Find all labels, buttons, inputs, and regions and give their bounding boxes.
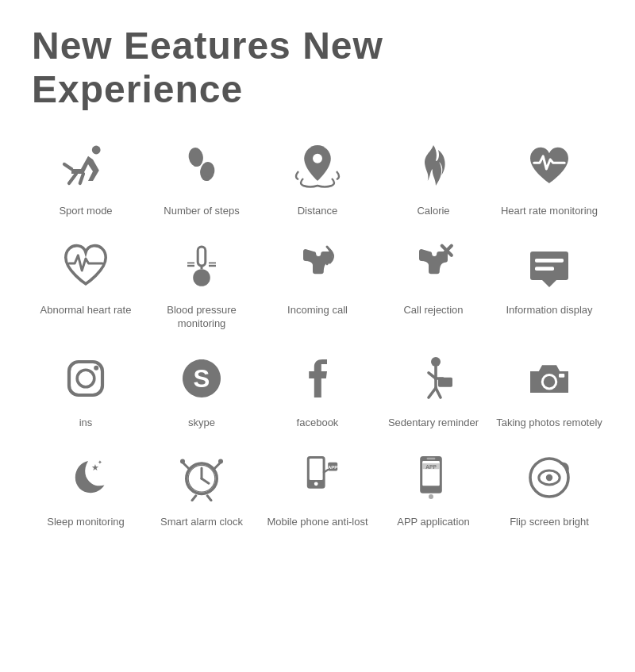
svg-point-33: [180, 459, 185, 463]
flip-screen-bright-icon: [518, 446, 581, 509]
taking-photos-remotely-label: Taking photos remotely: [496, 417, 602, 430]
feature-item-incoming-call: Incoming call: [264, 234, 371, 331]
page-title: New Eeatures New Experience: [32, 24, 603, 111]
svg-point-5: [313, 154, 322, 163]
skype-label: skype: [188, 417, 215, 430]
ins-icon: [54, 347, 117, 410]
svg-marker-15: [542, 280, 556, 287]
svg-point-37: [314, 482, 318, 486]
call-rejection-icon: [402, 234, 465, 298]
svg-point-20: [94, 365, 98, 370]
app-application-label: APP application: [397, 516, 470, 529]
blood-pressure-monitoring-icon: [170, 234, 233, 298]
svg-rect-6: [198, 247, 206, 266]
svg-text:S: S: [194, 364, 210, 392]
svg-text:APP: APP: [425, 464, 437, 470]
feature-item-ins: ins: [32, 347, 140, 430]
feature-item-mobile-phone-anti-lost: APP Mobile phone anti-lost: [264, 446, 371, 529]
svg-text:APP: APP: [328, 464, 337, 469]
taking-photos-remotely-icon: [518, 347, 581, 410]
sedentary-reminder-icon: [402, 347, 465, 410]
feature-item-taking-photos-remotely: Taking photos remotely: [495, 347, 603, 430]
sleep-monitoring-label: Sleep monitoring: [47, 516, 125, 529]
flip-screen-bright-label: Flip screen bright: [510, 516, 589, 529]
svg-point-48: [546, 474, 552, 480]
feature-item-abnormal-heart-rate: Abnormal heart rate: [32, 234, 140, 331]
distance-label: Distance: [298, 205, 338, 218]
svg-rect-23: [438, 377, 452, 386]
svg-rect-14: [530, 252, 568, 280]
distance-icon: [286, 135, 349, 198]
feature-item-distance: Distance: [264, 135, 371, 218]
svg-point-7: [193, 269, 210, 286]
facebook-icon: [286, 347, 349, 410]
calorie-icon: [402, 135, 465, 198]
svg-point-19: [77, 370, 94, 387]
incoming-call-icon: [286, 234, 349, 298]
features-grid: Sport mode Number of steps Distance Calo…: [32, 135, 603, 528]
svg-point-25: [544, 376, 555, 387]
svg-point-34: [218, 459, 223, 463]
feature-item-heart-rate-monitoring: Heart rate monitoring: [495, 135, 603, 218]
svg-rect-26: [559, 374, 564, 378]
smart-alarm-clock-icon: [170, 446, 233, 509]
feature-item-sleep-monitoring: ★ ✦ Sleep monitoring: [32, 446, 140, 529]
sleep-monitoring-icon: ★ ✦: [54, 446, 117, 509]
incoming-call-label: Incoming call: [287, 304, 348, 317]
feature-item-number-of-steps: Number of steps: [148, 135, 256, 218]
heart-rate-monitoring-icon: [518, 135, 581, 198]
svg-line-32: [202, 478, 209, 483]
feature-item-smart-alarm-clock: Smart alarm clock: [148, 446, 256, 529]
svg-rect-16: [535, 259, 564, 263]
call-rejection-label: Call rejection: [403, 304, 463, 317]
mobile-phone-anti-lost-label: Mobile phone anti-lost: [267, 516, 368, 529]
svg-rect-42: [427, 457, 436, 459]
feature-item-flip-screen-bright: Flip screen bright: [495, 446, 603, 529]
skype-icon: S: [170, 347, 233, 410]
mobile-phone-anti-lost-icon: APP: [286, 446, 349, 509]
sedentary-reminder-label: Sedentary reminder: [388, 417, 479, 430]
feature-item-skype: S skype: [148, 347, 256, 430]
feature-item-call-rejection: Call rejection: [379, 234, 487, 331]
feature-item-blood-pressure-monitoring: Blood pressure monitoring: [148, 234, 256, 331]
svg-text:✦: ✦: [98, 459, 102, 466]
feature-item-calorie: Calorie: [379, 135, 487, 218]
ins-label: ins: [79, 417, 93, 430]
feature-item-facebook: facebook: [264, 347, 371, 430]
app-application-icon: APP: [402, 446, 465, 509]
number-of-steps-label: Number of steps: [164, 205, 239, 218]
feature-item-app-application: APP APP application: [379, 446, 487, 529]
smart-alarm-clock-label: Smart alarm clock: [160, 516, 243, 529]
blood-pressure-monitoring-label: Blood pressure monitoring: [148, 304, 256, 331]
calorie-label: Calorie: [417, 205, 449, 218]
facebook-label: facebook: [297, 417, 339, 430]
abnormal-heart-rate-label: Abnormal heart rate: [40, 304, 132, 317]
information-display-icon: [518, 234, 581, 298]
svg-rect-36: [310, 459, 323, 480]
svg-point-43: [429, 494, 433, 499]
sport-mode-icon: [54, 135, 117, 198]
svg-point-0: [92, 146, 101, 155]
information-display-label: Information display: [506, 304, 592, 317]
abnormal-heart-rate-icon: [54, 234, 117, 298]
heart-rate-monitoring-label: Heart rate monitoring: [501, 205, 598, 218]
feature-item-sport-mode: Sport mode: [32, 135, 140, 218]
sport-mode-label: Sport mode: [59, 205, 112, 218]
number-of-steps-icon: [170, 135, 233, 198]
svg-rect-17: [535, 267, 554, 271]
feature-item-information-display: Information display: [495, 234, 603, 331]
feature-item-sedentary-reminder: Sedentary reminder: [379, 347, 487, 430]
